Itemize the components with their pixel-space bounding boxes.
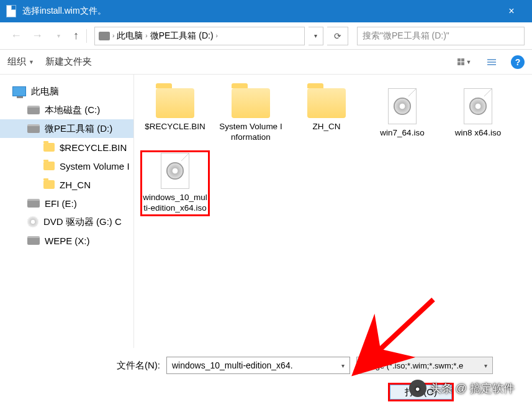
list-icon: [487, 59, 496, 65]
tree-label: DVD 驱动器 (G:) C: [43, 216, 122, 228]
iso-file-icon: [388, 88, 417, 124]
filename-value: windows_10_multi-edition_x64.: [172, 360, 293, 370]
refresh-button[interactable]: ⟳: [327, 27, 348, 45]
tree-item[interactable]: 微PE工具箱 (D:): [0, 119, 133, 138]
drive-icon: [27, 199, 40, 208]
view-grid-button[interactable]: ▼: [456, 55, 472, 69]
tree-label: $RECYCLE.BIN: [60, 142, 127, 153]
history-dropdown[interactable]: ▾: [50, 27, 67, 45]
tree-label: ZH_CN: [60, 180, 91, 190]
filetype-filter[interactable]: Image (*.iso;*.wim;*.swm;*.e ▾: [356, 357, 493, 374]
disc-icon: [394, 98, 411, 115]
help-button[interactable]: ?: [511, 55, 525, 69]
folder-icon: [232, 88, 270, 118]
address-dropdown[interactable]: ▾: [309, 27, 323, 45]
filename-input[interactable]: windows_10_multi-edition_x64. ▾: [166, 357, 350, 374]
file-name: ZH_CN: [312, 122, 340, 132]
file-name: win7_64.iso: [380, 128, 424, 139]
tree-label: 微PE工具箱 (D:): [45, 123, 112, 135]
file-icon: [6, 5, 16, 17]
chevron-down-icon: ▼: [466, 59, 472, 65]
window-title: 选择install.wim文件。: [22, 6, 497, 17]
chevron-icon: ›: [145, 32, 147, 39]
drive-icon: [27, 124, 40, 133]
view-list-button[interactable]: [484, 55, 500, 69]
file-name: $RECYCLE.BIN: [145, 122, 205, 132]
tree-label: EFI (E:): [45, 198, 77, 209]
iso-file-icon: [464, 88, 492, 124]
chevron-down-icon: ▼: [29, 59, 34, 65]
chevron-down-icon: ▾: [484, 362, 487, 369]
path-drive[interactable]: 微PE工具箱 (D:): [150, 30, 214, 42]
toolbar: 组织 ▼ 新建文件夹 ▼ ?: [0, 50, 532, 75]
disc-icon: [469, 98, 487, 115]
file-item[interactable]: windows_10_multi-edition_x64.iso: [140, 150, 210, 216]
chevron-icon: ›: [112, 32, 114, 39]
folder-icon: [43, 143, 55, 152]
file-item[interactable]: win8 x64.iso: [443, 86, 513, 145]
tree-label: System Volume I: [60, 161, 130, 171]
search-input[interactable]: 搜索"微PE工具箱 (D:)": [357, 27, 525, 45]
file-name: System Volume Information: [217, 122, 284, 143]
filename-label: 文件名(N):: [117, 360, 160, 372]
organize-label: 组织: [7, 56, 26, 68]
sidebar-tree: 此电脑 本地磁盘 (C:)微PE工具箱 (D:)$RECYCLE.BINSyst…: [0, 75, 134, 348]
tree-item[interactable]: ZH_CN: [0, 175, 133, 194]
folder-icon: [307, 88, 346, 118]
file-item[interactable]: System Volume Information: [216, 86, 286, 145]
disc-icon: [27, 216, 38, 227]
organize-button[interactable]: 组织 ▼: [7, 56, 34, 68]
chevron-down-icon: ▾: [341, 362, 345, 369]
tree-label: 此电脑: [31, 86, 59, 98]
tree-item[interactable]: WEPE (X:): [0, 231, 133, 250]
path-root[interactable]: 此电脑: [117, 30, 143, 42]
drive-icon: [27, 236, 40, 245]
folder-icon: [156, 88, 194, 118]
new-folder-button[interactable]: 新建文件夹: [45, 56, 92, 68]
main-area: 此电脑 本地磁盘 (C:)微PE工具箱 (D:)$RECYCLE.BINSyst…: [0, 75, 532, 348]
up-button[interactable]: ↑: [73, 29, 79, 42]
file-item[interactable]: ZH_CN: [292, 86, 361, 145]
tree-item[interactable]: EFI (E:): [0, 194, 133, 213]
address-bar[interactable]: › 此电脑 › 微PE工具箱 (D:) ›: [94, 27, 305, 45]
search-placeholder: 搜索"微PE工具箱 (D:)": [363, 30, 449, 42]
folder-icon: [43, 180, 55, 189]
chevron-icon: ›: [216, 32, 218, 39]
file-item[interactable]: win7_64.iso: [367, 86, 437, 145]
tree-label: 本地磁盘 (C:): [45, 104, 100, 116]
open-button[interactable]: 打开(O): [388, 383, 454, 401]
file-name: win8 x64.iso: [455, 128, 501, 139]
tree-this-pc[interactable]: 此电脑: [0, 82, 133, 101]
grid-icon: [458, 58, 464, 65]
divider: [86, 29, 87, 43]
tree-item[interactable]: DVD 驱动器 (G:) C: [0, 213, 133, 231]
file-name: windows_10_multi-edition_x64.iso: [142, 193, 208, 214]
bottom-panel: 文件名(N): windows_10_multi-edition_x64. ▾ …: [0, 348, 532, 407]
file-item[interactable]: $RECYCLE.BIN: [140, 86, 210, 145]
iso-file-icon: [161, 153, 189, 189]
back-button[interactable]: ←: [7, 27, 25, 45]
monitor-icon: [12, 86, 26, 96]
tree-item[interactable]: $RECYCLE.BIN: [0, 138, 133, 157]
file-list[interactable]: $RECYCLE.BINSystem Volume InformationZH_…: [134, 75, 532, 348]
disc-icon: [166, 162, 184, 180]
drive-icon: [27, 106, 40, 114]
tree-item[interactable]: System Volume I: [0, 157, 133, 175]
folder-icon: [43, 162, 55, 170]
titlebar: 选择install.wim文件。 ×: [0, 0, 532, 22]
filter-value: Image (*.iso;*.wim;*.swm;*.e: [362, 361, 463, 370]
navigation-bar: ← → ▾ ↑ › 此电脑 › 微PE工具箱 (D:) › ▾ ⟳ 搜索"微PE…: [0, 22, 532, 50]
tree-label: WEPE (X:): [45, 236, 90, 246]
open-label: 打开(O): [405, 386, 437, 398]
close-button[interactable]: ×: [497, 6, 526, 17]
tree-item[interactable]: 本地磁盘 (C:): [0, 101, 133, 119]
drive-icon: [99, 32, 110, 40]
forward-button[interactable]: →: [29, 27, 46, 45]
